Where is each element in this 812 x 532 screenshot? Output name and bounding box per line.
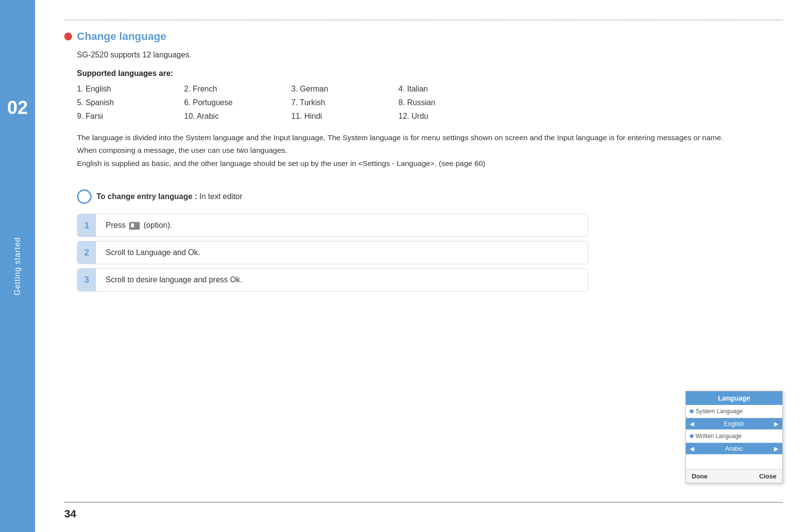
phone-system-language-value: English [724, 420, 745, 427]
tip-row: To change entry language : In text edito… [77, 189, 783, 204]
phone-close-button[interactable]: Close [759, 473, 776, 480]
step-3: 3 Scroll to desire language and press Ok… [77, 268, 588, 292]
section-title-row: Change language [64, 30, 783, 43]
phone-ui-mockup: Language System Language ◀ English ▶ Wri… [685, 391, 783, 483]
list-item: 3. German [291, 85, 398, 93]
step-1-content: Press (option). [96, 214, 588, 237]
phone-footer: Done Close [686, 469, 782, 483]
list-item: 10. Arabic [184, 112, 291, 121]
tip-circle-icon [77, 189, 92, 204]
page-number: 34 [64, 508, 76, 520]
list-item: 4. Italian [398, 85, 506, 93]
phone-dot-icon [690, 409, 694, 413]
steps-section: To change entry language : In text edito… [77, 189, 783, 292]
list-item: 1. English [77, 85, 184, 93]
list-item: 2. French [184, 85, 291, 93]
phone-system-language-label: System Language [696, 408, 743, 415]
sidebar: 02 Getting started [0, 0, 35, 532]
intro-text: SG-2520 supports 12 languages. [77, 51, 783, 59]
phone-ui-header: Language [686, 391, 782, 405]
phone-written-language-label: Written Language [696, 433, 742, 440]
step-2: 2 Scroll to Language and Ok. [77, 241, 588, 264]
step-2-number: 2 [77, 241, 96, 264]
list-item: 9. Farsi [77, 112, 184, 121]
languages-grid: 1. English 2. French 3. German 4. Italia… [77, 85, 783, 121]
phone-written-language-selector[interactable]: ◀ Arabic ▶ [686, 443, 782, 455]
step-2-content: Scroll to Language and Ok. [96, 241, 588, 264]
phone-written-language-value: Arabic [725, 445, 743, 452]
list-item: 8. Russian [398, 98, 506, 107]
supported-label: Supported languages are: [77, 69, 783, 78]
phone-right-arrow-icon: ▶ [774, 421, 778, 427]
phone-done-button[interactable]: Done [692, 473, 708, 480]
step-3-number: 3 [77, 269, 96, 291]
step-1-number: 1 [77, 214, 96, 237]
tip-title: To change entry language : In text edito… [96, 192, 242, 201]
phone-written-language-label-row: Written Language [686, 430, 782, 443]
bottom-divider [64, 502, 783, 503]
list-item: 6. Portuguese [184, 98, 291, 107]
top-divider [64, 19, 783, 20]
phone-left-arrow-icon: ◀ [690, 421, 694, 427]
list-item: 11. Hindi [291, 112, 398, 121]
title-dot-icon [64, 33, 72, 40]
description-text: The language is divided into the System … [77, 131, 783, 170]
option-button-icon [129, 222, 140, 230]
main-content: Change language SG-2520 supports 12 lang… [35, 0, 812, 532]
phone-system-language-label-row: System Language [686, 405, 782, 418]
list-item: 12. Urdu [398, 112, 506, 121]
chapter-number: 02 [7, 97, 28, 118]
step-1: 1 Press (option). [77, 214, 588, 237]
sidebar-label: Getting started [13, 237, 22, 295]
section-title: Change language [77, 30, 166, 43]
phone-system-language-selector[interactable]: ◀ English ▶ [686, 418, 782, 430]
phone-dot-icon-2 [690, 434, 694, 438]
phone-right-arrow-icon-2: ▶ [774, 445, 778, 452]
phone-left-arrow-icon-2: ◀ [690, 445, 694, 452]
step-3-content: Scroll to desire language and press Ok. [96, 269, 588, 291]
list-item: 5. Spanish [77, 98, 184, 107]
list-item: 7. Turkish [291, 98, 398, 107]
